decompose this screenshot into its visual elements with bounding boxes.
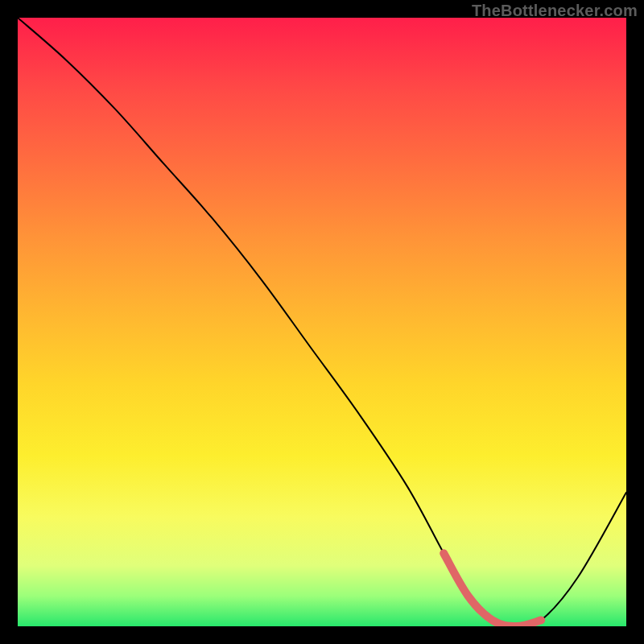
- valley-highlight: [444, 553, 541, 626]
- chart-svg: [18, 18, 626, 626]
- chart-plot-area: [18, 18, 626, 626]
- bottleneck-curve: [18, 18, 626, 626]
- attribution-label: TheBottlenecker.com: [472, 2, 638, 20]
- chart-stage: TheBottlenecker.com: [0, 0, 644, 644]
